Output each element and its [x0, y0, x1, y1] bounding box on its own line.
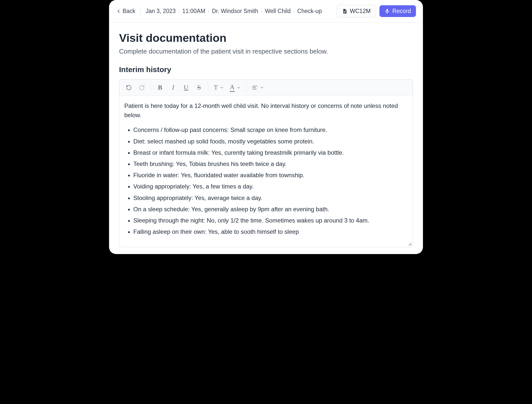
chevron-down-icon — [220, 86, 224, 90]
content: Visit documentation Complete documentati… — [109, 23, 423, 254]
svg-line-10 — [411, 245, 411, 246]
list-item: Teeth brushing: Yes, Tobias brushes his … — [133, 159, 408, 168]
list-item: Diet: select mashed up solid foods, most… — [133, 137, 408, 146]
document-icon — [342, 9, 347, 14]
undo-button[interactable] — [123, 82, 135, 94]
svg-rect-2 — [344, 13, 345, 13]
crumb-provider: Dr. Windsor Smith — [212, 8, 258, 15]
list-item: Concerns / follow-up past concerns: Smal… — [133, 125, 408, 134]
back-button[interactable]: Back — [116, 8, 135, 15]
italic-icon: I — [172, 84, 174, 91]
text-style-icon: T — [214, 84, 218, 91]
template-button[interactable]: WC12M — [337, 5, 376, 17]
toolbar-separator — [151, 83, 151, 92]
italic-button[interactable]: I — [167, 82, 179, 94]
list-item: Stooling appropriately: Yes, average twi… — [133, 193, 408, 203]
header-left: Back Jan 3, 2023 · 11:00AM · Dr. Windsor… — [116, 8, 322, 15]
bold-button[interactable]: B — [154, 82, 166, 94]
microphone-icon — [384, 9, 390, 14]
crumb-date: Jan 3, 2023 — [146, 8, 176, 15]
svg-rect-0 — [344, 11, 346, 11]
crumb-sep: · — [261, 8, 262, 15]
chevron-left-icon — [116, 9, 121, 14]
back-label: Back — [123, 8, 135, 15]
resize-handle-icon[interactable] — [407, 241, 412, 246]
record-button[interactable]: Record — [379, 5, 416, 17]
list-item: On a sleep schedule: Yes, generally asle… — [133, 205, 408, 214]
chevron-down-icon — [237, 86, 241, 90]
section-title: Interim history — [119, 65, 413, 74]
header-right: WC12M Record — [337, 5, 416, 17]
underline-icon: U — [184, 84, 189, 91]
strike-button[interactable]: S — [193, 82, 205, 94]
crumb-sep: · — [178, 8, 180, 15]
strike-icon: S — [197, 84, 201, 91]
undo-icon — [126, 85, 132, 91]
list-item: Falling asleep on their own: Yes, able t… — [133, 227, 408, 236]
toolbar-separator — [208, 83, 208, 92]
header: Back Jan 3, 2023 · 11:00AM · Dr. Windsor… — [109, 0, 423, 23]
underline-button[interactable]: U — [180, 82, 192, 94]
list-item: Sleeping through the night: No, only 1/2… — [133, 216, 408, 225]
redo-button[interactable] — [136, 82, 148, 94]
editor-toolbar: B I U S T A — [119, 80, 413, 96]
toolbar-separator — [246, 83, 246, 92]
redo-icon — [139, 85, 145, 91]
template-button-label: WC12M — [350, 8, 371, 15]
crumb-time: 11:00AM — [182, 8, 205, 15]
record-button-label: Record — [392, 8, 411, 15]
text-style-dropdown[interactable]: T — [211, 82, 226, 94]
crumb-visit-subtype: Check-up — [297, 8, 322, 15]
crumb-visit-type: Well Child — [265, 8, 291, 15]
note-intro: Patient is here today for a 12-month wel… — [124, 101, 408, 120]
app-window: Back Jan 3, 2023 · 11:00AM · Dr. Windsor… — [109, 0, 423, 254]
align-dropdown[interactable] — [249, 82, 266, 94]
note-list: Concerns / follow-up past concerns: Smal… — [124, 125, 408, 236]
align-left-icon — [252, 85, 258, 91]
bold-icon: B — [158, 84, 162, 91]
editor-textarea[interactable]: Patient is here today for a 12-month wel… — [119, 96, 413, 247]
list-item: Voiding appropriately: Yes, a few times … — [133, 182, 408, 191]
svg-rect-1 — [344, 12, 346, 12]
text-color-dropdown[interactable]: A — [227, 82, 243, 94]
page-title: Visit documentation — [119, 32, 413, 45]
chevron-down-icon — [260, 86, 264, 90]
page-subtitle: Complete documentation of the patient vi… — [119, 48, 413, 55]
text-color-icon: A — [230, 83, 235, 92]
list-item: Breast or infant formula milk: Yes, cure… — [133, 148, 408, 157]
rich-text-editor: B I U S T A Patie — [119, 79, 413, 247]
breadcrumb: Jan 3, 2023 · 11:00AM · Dr. Windsor Smit… — [146, 8, 322, 15]
list-item: Fluoride in water: Yes, fluoridated wate… — [133, 170, 408, 180]
svg-rect-3 — [386, 9, 388, 12]
crumb-sep: · — [293, 8, 295, 15]
separator — [140, 8, 141, 15]
crumb-sep: · — [208, 8, 209, 15]
